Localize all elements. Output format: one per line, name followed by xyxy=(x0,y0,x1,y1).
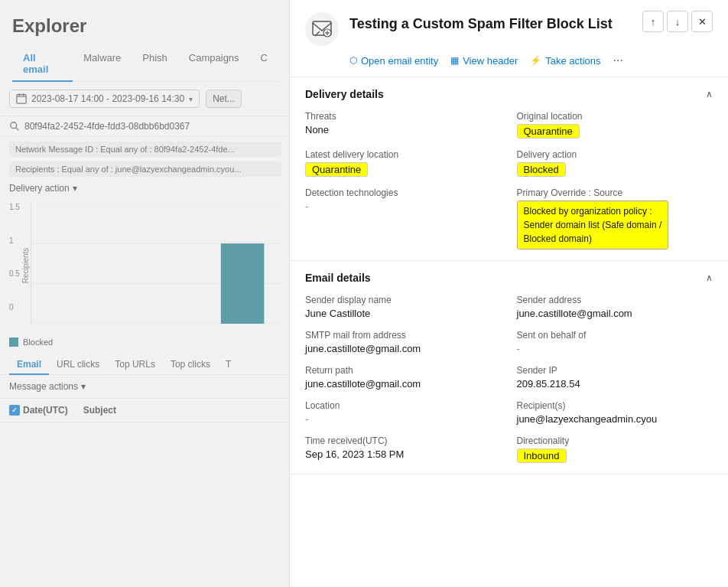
tab-top-clicks[interactable]: Top clicks xyxy=(163,354,218,374)
calendar-icon xyxy=(16,93,27,104)
email-section-chevron-icon[interactable]: ∧ xyxy=(706,272,713,283)
lightning-icon: ⚡ xyxy=(530,55,541,66)
sender-address-field: Sender address june.castillote@gmail.com xyxy=(517,295,713,319)
delivery-action-filter[interactable]: Delivery action ▾ xyxy=(9,183,281,194)
email-icon-circle xyxy=(305,12,339,46)
original-location-field: Original location Quarantine xyxy=(517,111,713,139)
delivery-action-field: Delivery action Blocked xyxy=(517,149,713,177)
threats-label: Threats xyxy=(305,111,502,122)
legend-label-blocked: Blocked xyxy=(23,338,53,347)
view-header-icon: ▦ xyxy=(450,55,459,66)
message-actions[interactable]: Message actions ▾ xyxy=(0,375,291,399)
recipients-field: Recipient(s) june@lazyexchangeadmin.cyou xyxy=(517,400,713,425)
take-actions-label: Take actions xyxy=(545,55,600,67)
delivery-details-header: Delivery details ∧ xyxy=(305,88,713,100)
filter-chip-recipients: Recipients : Equal any of : june@lazyexc… xyxy=(9,161,281,177)
sender-ip-field: Sender IP 209.85.218.54 xyxy=(517,365,713,390)
email-details-grid: Sender display name June Castillote Send… xyxy=(305,295,713,463)
filter-chip-message-id: Network Message ID : Equal any of : 80f9… xyxy=(9,142,281,157)
view-header-label: View header xyxy=(463,55,518,67)
delivery-action-chevron-icon: ▾ xyxy=(73,183,77,194)
search-value: 80f94fa2-2452-4fde-fdd3-08dbb6bd0367 xyxy=(24,121,190,132)
message-actions-label: Message actions xyxy=(9,381,78,392)
time-received-field: Time received(UTC) Sep 16, 2023 1:58 PM xyxy=(305,435,502,463)
legend-color-blocked xyxy=(9,338,18,347)
chart-y-labels: 1.5 1 0.5 0 xyxy=(9,203,20,311)
primary-override-badge: Blocked by organization policy :Sender d… xyxy=(517,201,669,249)
svg-rect-0 xyxy=(17,95,26,103)
chart-svg xyxy=(31,203,281,324)
tab-all-email[interactable]: All email xyxy=(12,46,73,81)
y-label-1.5: 1.5 xyxy=(9,203,20,211)
original-location-label: Original location xyxy=(517,111,713,122)
table-header-date: ✓ Date(UTC) xyxy=(9,405,68,416)
recipients-label: Recipient(s) xyxy=(517,400,713,411)
recipients-value: june@lazyexchangeadmin.cyou xyxy=(517,413,713,425)
chart-area: 1.5 1 0.5 0 Recipients xyxy=(0,197,291,334)
open-email-label: Open email entity xyxy=(361,55,438,67)
network-badge[interactable]: Net... xyxy=(206,90,242,108)
tab-c[interactable]: C xyxy=(250,46,278,81)
delivery-action-value: Blocked xyxy=(517,162,713,177)
directionality-badge: Inbound xyxy=(517,448,567,463)
search-row: 80f94fa2-2452-4fde-fdd3-08dbb6bd0367 xyxy=(0,116,291,137)
tab-email[interactable]: Email xyxy=(9,354,49,374)
delivery-action-badge: Blocked xyxy=(517,162,566,177)
original-location-value: Quarantine xyxy=(517,124,713,139)
tab-campaigns[interactable]: Campaigns xyxy=(178,46,250,81)
location-field: Location - xyxy=(305,400,502,425)
location-value: - xyxy=(305,413,502,425)
main-tabs: All email Malware Phish Campaigns C xyxy=(12,46,278,82)
sender-ip-label: Sender IP xyxy=(517,365,713,376)
y-label-0: 0 xyxy=(9,303,20,311)
tab-top-urls[interactable]: Top URLs xyxy=(107,354,163,374)
navigate-up-button[interactable]: ↑ xyxy=(642,11,664,32)
email-details-title: Email details xyxy=(305,272,371,284)
checkbox-icon[interactable]: ✓ xyxy=(9,405,20,416)
time-received-label: Time received(UTC) xyxy=(305,435,502,446)
time-received-value: Sep 16, 2023 1:58 PM xyxy=(305,448,502,460)
tab-t[interactable]: T xyxy=(218,354,239,374)
view-header-link[interactable]: ▦ View header xyxy=(450,55,518,67)
panel-controls: ↑ ↓ ✕ xyxy=(642,11,713,32)
close-panel-button[interactable]: ✕ xyxy=(691,11,713,32)
legend-area: Blocked xyxy=(0,334,291,350)
delivery-action-label-text: Delivery action xyxy=(9,183,70,194)
sender-address-label: Sender address xyxy=(517,295,713,305)
tab-malware[interactable]: Malware xyxy=(73,46,132,81)
primary-override-value: Blocked by organization policy :Sender d… xyxy=(517,201,713,249)
tab-phish[interactable]: Phish xyxy=(132,46,178,81)
svg-line-5 xyxy=(16,128,19,131)
explorer-title: Explorer xyxy=(12,15,278,37)
delivery-action-label: Delivery action xyxy=(517,149,713,160)
take-actions-link[interactable]: ⚡ Take actions xyxy=(530,55,600,67)
email-icon xyxy=(312,21,332,38)
primary-override-field: Primary Override : Source Blocked by org… xyxy=(517,188,713,249)
y-axis-label: Recipients xyxy=(21,248,30,284)
filter-row: 2023-08-17 14:00 - 2023-09-16 14:30 ▾ Ne… xyxy=(0,82,291,116)
directionality-field: Directionality Inbound xyxy=(517,435,713,463)
y-label-1: 1 xyxy=(9,236,20,245)
sent-on-behalf-value: - xyxy=(517,343,713,354)
navigate-down-button[interactable]: ↓ xyxy=(667,11,688,32)
date-filter[interactable]: 2023-08-17 14:00 - 2023-09-16 14:30 ▾ xyxy=(9,90,200,108)
table-header-subject: Subject xyxy=(83,405,116,416)
col-date-label: Date(UTC) xyxy=(23,405,68,416)
tab-url-clicks[interactable]: URL clicks xyxy=(49,354,107,374)
return-path-label: Return path xyxy=(305,365,502,376)
sender-display-name-field: Sender display name June Castillote xyxy=(305,295,502,319)
sent-on-behalf-field: Sent on behalf of - xyxy=(517,330,713,354)
search-icon xyxy=(9,121,20,132)
explorer-header: Explorer All email Malware Phish Campaig… xyxy=(0,0,291,82)
smtp-mail-value: june.castillote@gmail.com xyxy=(305,343,502,354)
more-options-button[interactable]: ··· xyxy=(613,54,622,67)
sender-display-name-value: June Castillote xyxy=(305,308,502,319)
return-path-value: june.castillote@gmail.com xyxy=(305,378,502,390)
primary-override-label: Primary Override : Source xyxy=(517,188,713,198)
message-actions-chevron-icon: ▾ xyxy=(81,381,86,392)
delivery-section-chevron-icon[interactable]: ∧ xyxy=(706,89,713,99)
open-email-entity-link[interactable]: ⬡ Open email entity xyxy=(349,55,438,67)
latest-delivery-value: Quarantine xyxy=(305,162,502,177)
sent-on-behalf-label: Sent on behalf of xyxy=(517,330,713,341)
latest-delivery-field: Latest delivery location Quarantine xyxy=(305,149,502,177)
